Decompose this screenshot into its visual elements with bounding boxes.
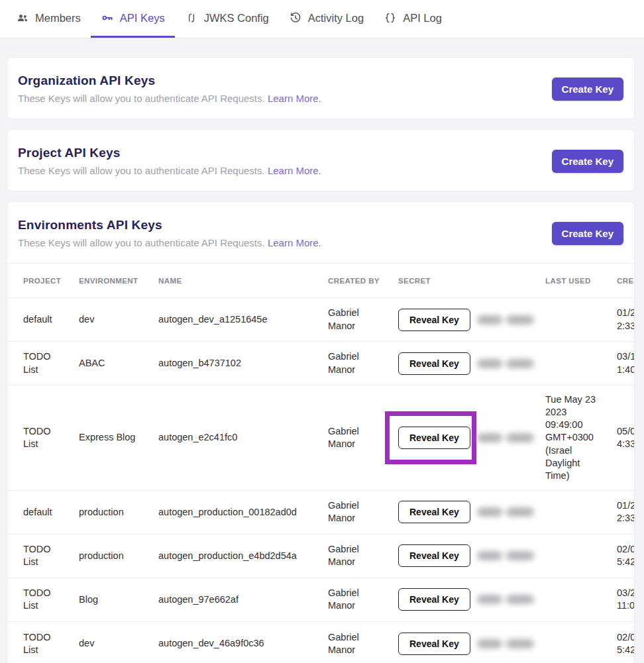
card-description: These Keys will allow you to authenticat…	[18, 237, 321, 248]
column-header: CREATED	[617, 277, 635, 285]
last-used-cell	[545, 636, 617, 652]
key-icon	[101, 11, 114, 25]
created-date: 05/04/2	[617, 425, 635, 438]
tab-api-keys[interactable]: API Keys	[91, 0, 175, 38]
created-time: 5:42:16	[617, 644, 635, 656]
created-cell: 02/01/25:42:16	[617, 535, 635, 576]
last-used-cell	[545, 548, 617, 564]
name-cell: autogen_97e662af	[158, 586, 328, 614]
column-header: SECRET	[398, 277, 545, 285]
settings-tabbar: MembersAPI KeysJWKS ConfigActivity LogAP…	[0, 0, 644, 38]
reveal-key-wrap: Reveal Key	[398, 501, 470, 523]
last-used-cell	[545, 312, 617, 328]
reveal-key-button[interactable]: Reveal Key	[398, 544, 470, 567]
learn-more-link[interactable]: Learn More.	[268, 237, 321, 248]
reveal-key-button[interactable]: Reveal Key	[398, 309, 470, 331]
secret-cell: Reveal Key	[398, 344, 545, 383]
created-by-cell: Gabriel Manor	[328, 417, 398, 458]
name-cell: autogen_dev_a1251645e	[158, 305, 328, 334]
secret-cell: Reveal Key	[398, 493, 545, 531]
jwks-icon	[185, 11, 198, 25]
card-description: These Keys will allow you to authenticat…	[18, 165, 321, 176]
braces-icon	[384, 11, 397, 25]
tab-api-log[interactable]: API Log	[374, 0, 452, 38]
secret-cell: Reveal Key	[398, 536, 545, 575]
environment-cell: dev	[79, 629, 158, 658]
created-by-cell: Gabriel Manor	[328, 299, 398, 340]
learn-more-link[interactable]: Learn More.	[268, 93, 321, 104]
redacted-secret	[477, 507, 534, 517]
project-cell: default	[23, 498, 79, 527]
created-cell: 02/01/25:42:16	[617, 623, 635, 663]
column-header: CREATED BY	[328, 277, 398, 285]
create-key-button[interactable]: Create Key	[552, 77, 623, 101]
card-description: These Keys will allow you to authenticat…	[18, 93, 321, 104]
tab-jwks-config[interactable]: JWKS Config	[175, 0, 279, 38]
table-row: TODO ListBlogautogen_97e662afGabriel Man…	[7, 578, 635, 622]
secret-cell: Reveal Key	[398, 419, 545, 457]
redacted-secret	[477, 359, 534, 368]
name-cell: autogen_production_00182ad0d	[158, 498, 328, 527]
create-key-button[interactable]: Create Key	[552, 150, 623, 173]
reveal-key-wrap: Reveal Key	[398, 633, 470, 655]
name-cell: autogen_production_e4bd2d54a	[158, 542, 328, 570]
environment-cell: Blog	[79, 586, 158, 614]
reveal-key-button[interactable]: Reveal Key	[398, 352, 470, 375]
table-row: TODO ListExpress Blogautogen_e2c41fc0Gab…	[7, 385, 635, 491]
tab-members[interactable]: Members	[6, 0, 91, 38]
org-api-keys-card: Organization API Keys These Keys will al…	[7, 57, 635, 119]
reveal-key-button[interactable]: Reveal Key	[398, 427, 470, 449]
created-date: 03/22/2	[617, 587, 635, 599]
reveal-key-button[interactable]: Reveal Key	[398, 501, 470, 523]
created-cell: 03/15/21:40:59	[617, 342, 635, 383]
redacted-secret	[477, 639, 534, 648]
redacted-secret	[477, 433, 534, 442]
created-by-cell: Gabriel Manor	[328, 342, 398, 383]
redacted-secret	[477, 551, 534, 560]
card-title: Environments API Keys	[18, 218, 321, 232]
column-header: ENVIRONMENT	[79, 277, 158, 285]
last-used-cell	[545, 591, 617, 607]
project-cell: TODO List	[23, 579, 79, 620]
tab-label: API Log	[403, 12, 442, 25]
secret-cell: Reveal Key	[398, 301, 545, 339]
api-keys-table: PROJECTENVIRONMENTNAMECREATED BYSECRETLA…	[7, 263, 634, 663]
reveal-key-button[interactable]: Reveal Key	[398, 633, 470, 655]
created-time: 11:09:2	[617, 599, 635, 612]
card-title: Project API Keys	[18, 146, 321, 160]
environment-cell: production	[79, 498, 158, 527]
created-time: 2:33:07	[617, 512, 635, 525]
card-title: Organization API Keys	[18, 74, 321, 88]
name-cell: autogen_e2c41fc0	[158, 423, 328, 452]
column-header: PROJECT	[23, 277, 79, 285]
tab-label: API Keys	[120, 12, 165, 25]
created-cell: 05/04/24:33:36	[617, 417, 635, 458]
redacted-secret	[477, 315, 534, 325]
reveal-key-button[interactable]: Reveal Key	[398, 588, 470, 611]
reveal-key-wrap: Reveal Key	[398, 309, 470, 331]
table-row: TODO Listproductionautogen_production_e4…	[7, 535, 635, 578]
create-key-button[interactable]: Create Key	[552, 222, 623, 245]
created-date: 01/25/2	[617, 307, 635, 319]
tab-label: Members	[35, 12, 81, 25]
project-cell: TODO List	[23, 342, 79, 383]
learn-more-link[interactable]: Learn More.	[268, 165, 321, 176]
created-time: 1:40:59	[617, 364, 635, 376]
reveal-key-wrap: Reveal Key	[398, 588, 470, 611]
created-date: 03/15/2	[617, 350, 635, 363]
project-cell: TODO List	[23, 535, 79, 576]
tab-activity-log[interactable]: Activity Log	[279, 0, 374, 38]
created-by-cell: Gabriel Manor	[328, 623, 398, 663]
project-cell: default	[23, 305, 79, 334]
created-by-cell: Gabriel Manor	[328, 491, 398, 533]
secret-cell: Reveal Key	[398, 580, 545, 619]
redacted-secret	[477, 595, 534, 604]
created-time: 5:42:16	[617, 556, 635, 568]
project-cell: TODO List	[23, 623, 79, 663]
created-time: 4:33:36	[617, 438, 635, 450]
column-header: NAME	[158, 277, 328, 285]
created-date: 02/01/2	[617, 631, 635, 644]
last-used-cell	[545, 504, 617, 520]
tab-label: JWKS Config	[204, 12, 269, 25]
created-time: 2:33:07	[617, 320, 635, 332]
